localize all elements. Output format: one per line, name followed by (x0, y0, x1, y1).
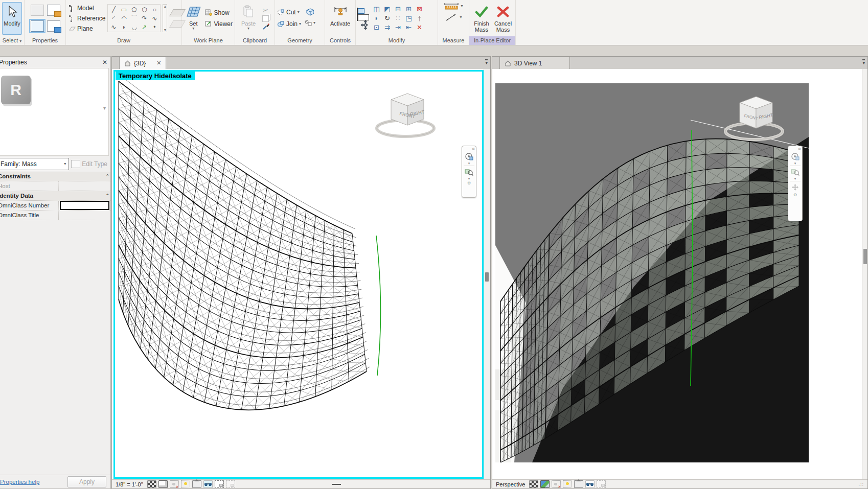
copy-icon[interactable]: ⊡ (371, 23, 382, 32)
view-tab-menu-icon[interactable]: ▾ (485, 59, 488, 65)
host-value[interactable] (59, 181, 110, 191)
match-type-brush-icon[interactable] (262, 23, 269, 30)
sun-path-icon[interactable] (170, 480, 179, 488)
crop-view-icon[interactable] (574, 480, 583, 488)
cut-geometry-button[interactable]: Cut▾ (277, 8, 301, 17)
navbar-options-icon[interactable]: ⚙ (793, 193, 797, 197)
type-selector-combo[interactable]: Family: Mass ▾ (0, 158, 69, 170)
tab-3d[interactable]: {3D} ✕ (119, 57, 166, 69)
modify-button[interactable]: Modify (2, 2, 22, 35)
omniclass-number-input[interactable] (60, 201, 109, 210)
arc-start-end-icon[interactable]: ◜ (108, 14, 119, 22)
apply-button[interactable]: Apply (67, 476, 106, 487)
create-group-icon[interactable]: ∷ (393, 14, 403, 23)
rotate-icon[interactable]: ↻ (382, 14, 393, 23)
preview-dropdown-icon[interactable]: ▾ (103, 105, 106, 111)
right-viewport[interactable]: FRONT RIGHT ⊗ ▾ ▾ ⚙ (492, 69, 862, 480)
omniclass-title-value[interactable] (59, 210, 110, 220)
show-work-plane-button[interactable]: Show (205, 8, 233, 17)
join-geometry-button[interactable]: Join▾ (277, 19, 301, 29)
reference-line-button[interactable]: Reference (68, 13, 105, 23)
shadows-icon[interactable] (563, 480, 572, 488)
tab-close-icon[interactable]: ✕ (156, 60, 161, 66)
unpin-icon[interactable]: ⊠ (414, 5, 425, 14)
pin-icon[interactable]: † (414, 14, 425, 23)
measure-button[interactable]: ▾ (444, 1, 463, 11)
horizontal-scroll-thumb[interactable] (332, 484, 341, 485)
left-viewport[interactable]: FRONT RIGHT ⊗ ▾ ▾ ⚙ Temporary Hide/Isol (112, 69, 490, 480)
activate-dimensions-button[interactable]: Activate (329, 3, 352, 34)
select-panel-label[interactable]: Select ▾ (0, 36, 24, 45)
spline-points-icon[interactable]: ∿ (108, 22, 119, 31)
view-tab-menu-icon[interactable]: ▾ (862, 59, 865, 65)
delete-icon[interactable]: ✕ (414, 23, 425, 32)
split-with-gap-icon[interactable]: ⊞ (403, 5, 414, 14)
crop-view-icon[interactable] (192, 480, 201, 488)
zoom-dropdown-icon[interactable]: ▾ (794, 177, 796, 180)
family-types-icon[interactable] (47, 20, 60, 32)
measure-angle-button[interactable]: ▾ (445, 12, 462, 22)
scrollbar-thumb[interactable] (863, 249, 867, 264)
detail-level-icon[interactable] (147, 480, 156, 488)
spline-icon[interactable]: ∿ (149, 14, 159, 22)
navbar-close-icon[interactable]: ⊗ (798, 147, 801, 151)
scale-icon[interactable]: ◳ (403, 14, 414, 23)
edit-type-button[interactable]: Edit Type (71, 160, 109, 168)
rectangle-icon[interactable]: ▭ (119, 5, 129, 14)
properties-close-icon[interactable]: ✕ (102, 59, 107, 66)
right-view-scrollbar[interactable] (862, 69, 867, 480)
ellipse-icon[interactable]: ◗ (119, 22, 129, 31)
circle-icon[interactable]: ○ (149, 5, 159, 14)
window-resize-grip[interactable]: .:: (858, 482, 864, 487)
left-view-scrollbar[interactable] (484, 69, 490, 480)
offset-icon[interactable]: ◗ (371, 14, 382, 23)
polygon-inscribed-icon[interactable]: ⬠ (129, 5, 139, 14)
paste-button[interactable]: Paste ▾ (237, 3, 260, 34)
array-icon[interactable]: ⇉ (382, 23, 393, 32)
plane-button[interactable]: Plane (68, 24, 105, 33)
demolish-button[interactable]: ▾ (304, 18, 315, 28)
sun-path-icon[interactable] (552, 480, 561, 488)
shadows-icon[interactable] (181, 480, 190, 488)
viewcube-right[interactable]: FRONT RIGHT (722, 87, 789, 145)
show-crop-region-icon[interactable] (215, 480, 224, 488)
arc-center-ends-icon[interactable]: ◠ (119, 14, 129, 22)
split-element-icon[interactable]: ⊟ (393, 5, 403, 14)
section-header-constraints[interactable]: Constraints ⌃ (0, 172, 110, 181)
tab-3d-view-1[interactable]: 3D View 1 (499, 57, 570, 69)
cancel-mass-button[interactable]: Cancel Mass (493, 3, 513, 34)
section-header-identity-data[interactable]: Identity Data ⌃ (0, 191, 110, 201)
draw-grid-scrollbar[interactable]: ▲▼ (163, 4, 167, 32)
arc-tangent-icon[interactable]: ⌒ (129, 14, 139, 22)
move-icon[interactable] (360, 21, 368, 28)
trim-multiple-icon[interactable]: ⇤ (403, 23, 414, 32)
modify-properties-icon[interactable] (31, 5, 44, 16)
visual-style-icon[interactable] (540, 480, 550, 488)
properties-palette-toggle-icon[interactable] (31, 20, 44, 32)
set-work-plane-button[interactable]: Set ▾ (184, 3, 203, 34)
scrollbar-thumb[interactable] (485, 272, 489, 282)
work-plane-viewer-button[interactable]: Viewer (205, 19, 233, 29)
steering-wheel-icon[interactable] (790, 151, 801, 161)
show-mass-icon[interactable] (306, 9, 314, 15)
new-window-icon[interactable] (47, 5, 60, 16)
pick-lines-icon[interactable]: ↗ (139, 22, 149, 31)
point-icon[interactable]: • (149, 22, 159, 31)
zoom-region-icon[interactable] (790, 167, 801, 177)
mirror-pick-axis-icon[interactable]: ◫ (371, 5, 382, 14)
line-icon[interactable]: ╱ (108, 5, 119, 14)
view-scale-control[interactable]: 1/8" = 1'-0" (116, 481, 143, 487)
show-crop-region-icon[interactable] (597, 480, 606, 488)
pan-icon[interactable] (790, 182, 801, 192)
trim-extend-icon[interactable]: ⇥ (393, 23, 403, 32)
mirror-draw-axis-icon[interactable]: ◩ (382, 5, 393, 14)
align-icon[interactable] (358, 8, 369, 20)
finish-mass-button[interactable]: Finish Mass (471, 3, 492, 34)
model-line-button[interactable]: Model (68, 3, 105, 13)
detail-level-icon[interactable] (529, 480, 538, 488)
copy-to-clipboard-icon[interactable] (262, 15, 269, 22)
visual-style-icon[interactable] (158, 480, 168, 488)
polygon-circumscribed-icon[interactable]: ⬡ (139, 5, 149, 14)
temporary-hide-isolate-icon[interactable] (585, 480, 595, 488)
temporary-hide-isolate-icon[interactable] (203, 480, 213, 488)
